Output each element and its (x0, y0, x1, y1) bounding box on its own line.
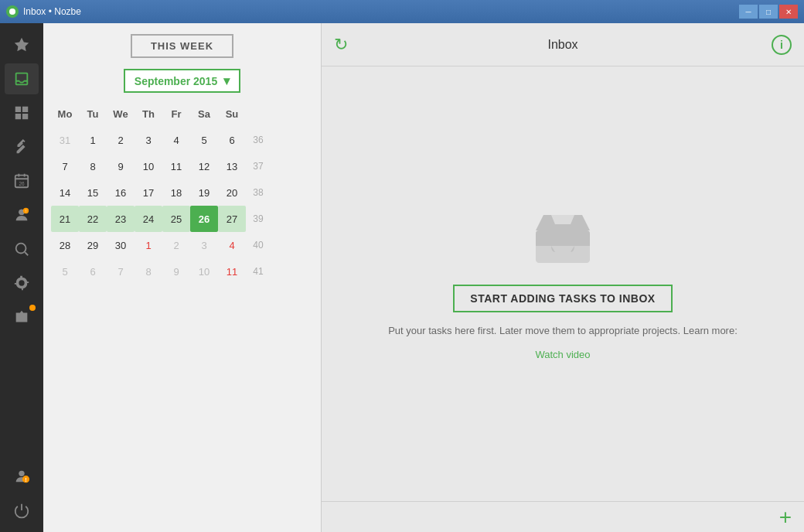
cal-day-10[interactable]: 10 (135, 153, 162, 179)
account-icon: ! (13, 468, 30, 485)
feedback-badge (28, 303, 37, 312)
sidebar-item-search[interactable] (5, 234, 39, 264)
sidebar: 26 ! (0, 23, 43, 532)
week-num-36: 36 (246, 127, 271, 153)
cal-day-15[interactable]: 15 (79, 179, 107, 206)
right-panel: ↻ Inbox i START ADDING TASKS TO INBOX (322, 23, 804, 532)
cal-day-7[interactable]: 7 (51, 153, 79, 179)
cal-day-6-oct[interactable]: 6 (79, 258, 107, 285)
app-body: 26 ! (0, 23, 804, 532)
titlebar-title: Inbox • Nozbe (23, 6, 81, 17)
cal-day-22[interactable]: 22 (79, 206, 107, 232)
svg-text:!: ! (26, 210, 26, 213)
sidebar-item-feedback[interactable] (5, 302, 39, 332)
cal-day-7-oct[interactable]: 7 (107, 258, 135, 285)
sidebar-item-account[interactable]: ! (5, 461, 39, 492)
sidebar-item-projects[interactable] (5, 97, 39, 128)
cal-day-27[interactable]: 27 (218, 206, 246, 232)
cal-day-4-oct[interactable]: 4 (218, 232, 246, 258)
titlebar: Inbox • Nozbe ─ □ ✕ (0, 0, 804, 23)
maximize-button[interactable]: □ (759, 5, 778, 19)
cal-day-8[interactable]: 8 (79, 153, 107, 179)
sidebar-item-starred[interactable] (5, 29, 39, 60)
week-num-40: 40 (246, 232, 271, 258)
cal-day-11-oct[interactable]: 11 (218, 258, 246, 285)
power-icon (13, 502, 30, 519)
sidebar-item-power[interactable] (5, 495, 39, 526)
calendar-week-41: 5 6 7 8 9 10 11 41 (51, 258, 313, 285)
cal-day-23[interactable]: 23 (107, 206, 135, 232)
calendar-week-39: 21 22 23 24 25 26 27 39 (51, 206, 313, 232)
day-header-tu: Tu (79, 101, 107, 127)
cal-day-3-oct[interactable]: 3 (190, 232, 218, 258)
watch-video-link[interactable]: Watch video (535, 349, 590, 360)
inbox-body: START ADDING TASKS TO INBOX Put your tas… (322, 66, 804, 501)
cal-day-2-oct[interactable]: 2 (162, 232, 190, 258)
day-header-su: Su (218, 101, 246, 127)
cal-day-13[interactable]: 13 (218, 153, 246, 179)
close-button[interactable]: ✕ (779, 5, 798, 19)
cal-day-12[interactable]: 12 (190, 153, 218, 179)
projects-icon (13, 104, 30, 121)
star-icon (13, 36, 30, 53)
left-panel: THIS WEEK September 2015 ▾ Mo Tu We Th F… (43, 23, 322, 532)
cal-day-1[interactable]: 1 (79, 127, 107, 153)
inbox-title: Inbox (547, 38, 577, 52)
cal-day-4[interactable]: 4 (162, 127, 190, 153)
cal-day-19[interactable]: 19 (190, 179, 218, 206)
cal-day-10-oct[interactable]: 10 (190, 258, 218, 285)
app-icon (6, 5, 19, 18)
cal-day-3[interactable]: 3 (135, 127, 162, 153)
info-button[interactable]: i (772, 35, 792, 55)
cal-day-18[interactable]: 18 (162, 179, 190, 206)
svg-point-8 (19, 471, 24, 476)
cal-day-24[interactable]: 24 (135, 206, 162, 232)
cal-day-6[interactable]: 6 (218, 127, 246, 153)
cal-day-5-oct[interactable]: 5 (51, 258, 79, 285)
start-adding-tasks-button[interactable]: START ADDING TASKS TO INBOX (453, 285, 672, 312)
inbox-description: Put your tasks here first. Later move th… (388, 325, 738, 336)
refresh-button[interactable]: ↻ (334, 35, 348, 55)
cal-day-5[interactable]: 5 (190, 127, 218, 153)
day-header-we: We (107, 101, 135, 127)
sidebar-item-inbox[interactable] (5, 63, 39, 94)
day-header-fr: Fr (162, 101, 190, 127)
cal-day-14[interactable]: 14 (51, 179, 79, 206)
search-icon (13, 240, 30, 257)
cal-day-16[interactable]: 16 (107, 179, 135, 206)
month-label-text: September 2015 (135, 75, 217, 87)
svg-point-7 (16, 244, 26, 254)
cal-day-28[interactable]: 28 (51, 232, 79, 258)
cal-day-1-oct[interactable]: 1 (135, 232, 162, 258)
sidebar-item-team[interactable]: ! (5, 200, 39, 230)
calendar-week-37: 7 8 9 10 11 12 13 37 (51, 153, 313, 179)
cal-day-30[interactable]: 30 (107, 232, 135, 258)
cal-day-11[interactable]: 11 (162, 153, 190, 179)
cal-day-31-prev[interactable]: 31 (51, 127, 79, 153)
month-selector[interactable]: September 2015 ▾ (124, 69, 240, 93)
sidebar-item-priority[interactable] (5, 131, 39, 162)
day-header-th: Th (135, 101, 162, 127)
calendar-week-38: 14 15 16 17 18 19 20 38 (51, 179, 313, 206)
minimize-button[interactable]: ─ (739, 5, 758, 19)
svg-point-0 (9, 9, 15, 15)
sidebar-item-settings[interactable] (5, 268, 39, 298)
cal-day-25[interactable]: 25 (162, 206, 190, 232)
cal-day-8-oct[interactable]: 8 (135, 258, 162, 285)
add-task-button[interactable]: + (779, 506, 792, 528)
day-header-mo: Mo (51, 101, 79, 127)
priority-icon (13, 138, 30, 155)
cal-day-20[interactable]: 20 (218, 179, 246, 206)
cal-day-21[interactable]: 21 (51, 206, 79, 232)
cal-day-9[interactable]: 9 (107, 153, 135, 179)
calendar-header: September 2015 ▾ (43, 69, 321, 93)
cal-day-2[interactable]: 2 (107, 127, 135, 153)
this-week-button[interactable]: THIS WEEK (131, 34, 233, 58)
sidebar-item-calendar[interactable]: 26 (5, 165, 39, 196)
cal-day-9-oct[interactable]: 9 (162, 258, 190, 285)
cal-day-17[interactable]: 17 (135, 179, 162, 206)
cal-day-29[interactable]: 29 (79, 232, 107, 258)
svg-text:!: ! (25, 477, 26, 483)
feedback-icon (13, 309, 30, 326)
cal-day-26-today[interactable]: 26 (190, 206, 218, 232)
